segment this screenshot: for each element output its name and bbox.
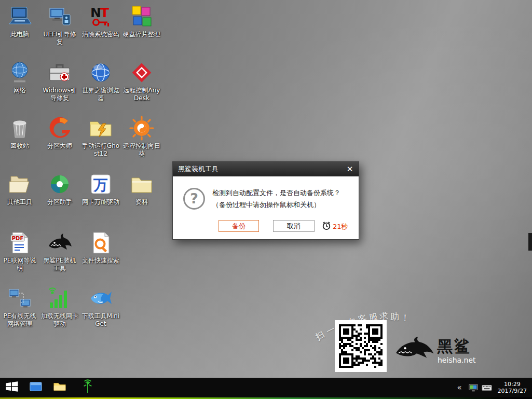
qr-caption-char: ！ [401,312,410,324]
shark-logo-icon [393,335,435,362]
desktop-icon-miniget-fish[interactable]: 下载工具MiniGet [81,286,120,328]
desktop-icon-label: 回收站 [1,142,39,150]
desktop-icon-file-search[interactable]: 文件快速搜索 [81,230,120,265]
shark-icon [47,230,72,255]
desktop-icon-network[interactable]: 网络 [1,60,39,94]
desktop-icon-label: PE联网等说明 [1,257,39,272]
screen-edge-notch [528,233,532,251]
dialog-body: ? 检测到自动配置文件，是否自动备份系统？（备份过程中请勿操作鼠标和关机） 备份… [173,176,359,239]
svg-text:万: 万 [93,176,108,194]
desktop-icon-partition-assistant[interactable]: 分区助手 [40,172,79,206]
desktop-icon-disk-defrag[interactable]: 硬盘碎片整理 [122,4,161,38]
desktop-icon-pe-network-manage[interactable]: PE有线无线网络管理 [1,286,39,328]
desktop-icon-label: 世界之窗浏览器 [81,87,120,102]
desktop-icon-label: 手动运行Ghost12 [81,142,120,158]
recycle-bin-icon [7,116,32,141]
desktop-icon-wifi-driver[interactable]: 加载无线网卡驱动 [40,286,79,328]
uefi-boot-repair-icon [47,4,72,29]
sunflower-icon [129,116,154,141]
desktop-icon-label: 网卡万能驱动 [81,198,120,206]
dialog-title: 黑鲨装机工具 [178,164,341,174]
desktop-icon-label: 资料 [122,198,161,206]
desktop-icon-label: 下载工具MiniGet [81,312,120,328]
folder-icon [129,172,154,197]
desktop-icon-world-browser[interactable]: 世界之窗浏览器 [81,60,120,102]
clock-time: 10:29 [498,381,527,388]
disk-defrag-icon [129,4,154,29]
countdown-text: 21秒 [333,222,348,231]
desktop-icon-clear-password[interactable]: NT清除系统密码 [81,4,120,38]
taskbar-network-signal[interactable] [79,378,97,397]
desktop-icon-label: 加载无线网卡驱动 [40,312,79,328]
desktop-icon-universal-nic-driver[interactable]: 万网卡万能驱动 [81,172,120,206]
desktop-icon-partition-master[interactable]: 分区大师 [40,116,79,150]
desktop-icon-windows-boot-repair[interactable]: Widnows引导修复 [40,60,79,102]
world-browser-icon [88,60,113,85]
svg-text:PDF: PDF [12,236,23,241]
taskbar-file-explorer[interactable] [48,378,72,397]
desktop-icon-label: 黑鲨PE装机工具 [40,257,79,272]
desktop-icon-ghost-folder[interactable]: 手动运行Ghost12 [81,116,120,158]
question-icon: ? [183,188,205,210]
windows-boot-repair-icon [47,60,72,85]
desktop-icon-pdf-doc[interactable]: PDFPE联网等说明 [1,230,39,272]
touch-keyboard-icon[interactable] [480,378,494,397]
desktop-icon-label: 分区大师 [40,142,79,150]
dialog-message: 检测到自动配置文件，是否自动备份系统？（备份过程中请勿操作鼠标和关机） [212,187,350,211]
countdown-timer: 21秒 [322,221,348,232]
qr-caption-char: 助 [390,310,399,323]
display-settings-icon[interactable] [467,378,480,397]
pe-network-manage-icon [7,286,32,311]
desktop-icon-uefi-boot-repair[interactable]: UEFI引导修复 [40,4,79,46]
desktop-icon-label: 远程控制向日葵 [122,142,161,158]
desktop-icon-folder-open[interactable]: 其他工具 [1,172,39,206]
desktop-icon-label: Widnows引导修复 [40,87,79,102]
ghost-folder-icon [88,116,113,141]
desktop-icon-label: 硬盘碎片整理 [122,31,161,38]
desktop-icon-label: UEFI引导修复 [40,31,79,46]
clock-date: 2017/9/27 [498,388,527,394]
qr-code [335,320,387,372]
desktop-icon-recycle-bin[interactable]: 回收站 [1,116,39,150]
cancel-button[interactable]: 取消 [273,220,315,232]
file-search-icon [88,230,113,255]
svg-text:T: T [100,5,109,20]
dialog-titlebar[interactable]: 黑鲨装机工具 ✕ [173,162,359,176]
backup-button[interactable]: 备份 [219,220,259,232]
partition-assistant-icon [47,172,72,197]
desktop-icon-label: 其他工具 [1,198,39,206]
desktop-icon-label: 文件快速搜索 [81,257,120,265]
svg-text:N: N [90,5,101,20]
taskbar-clock[interactable]: 10:29 2017/9/27 [494,381,532,394]
start-button[interactable] [0,378,24,397]
desktop-icon-label: PE有线无线网络管理 [1,312,39,328]
taskbar: « 10:29 2017/9/27 [0,378,532,397]
desktop-icon-this-pc[interactable]: 此电脑 [1,4,39,38]
desktop-icon-folder[interactable]: 资料 [122,172,161,206]
desktop-icon-anydesk[interactable]: 远程控制AnyDesk [122,60,161,102]
close-icon[interactable]: ✕ [341,162,359,176]
universal-nic-driver-icon: 万 [88,172,113,197]
taskbar-app-window[interactable] [24,378,48,397]
desktop-icon-label: 此电脑 [1,31,39,38]
brand-name: 黑鲨 [437,336,471,357]
windows-start-icon [5,379,19,396]
desktop: 此电脑UEFI引导修复NT清除系统密码硬盘碎片整理网络Widnows引导修复世界… [0,0,532,399]
brand-site: heisha.net [438,356,476,364]
qr-caption-char: 扫 [313,328,326,343]
desktop-icon-shark[interactable]: 黑鲨PE装机工具 [40,230,79,272]
tray-expand-chevron-icon[interactable]: « [452,378,466,397]
desktop-icon-label: 网络 [1,87,39,94]
desktop-icon-sunflower[interactable]: 远程控制向日葵 [122,116,161,158]
installer-dialog: 黑鲨装机工具 ✕ ? 检测到自动配置文件，是否自动备份系统？（备份过程中请勿操作… [172,161,359,240]
network-icon [7,60,32,85]
folder-icon [53,380,66,395]
desktop-icon-label: 分区助手 [40,198,79,206]
miniget-fish-icon [88,286,113,311]
clock-icon [322,221,331,232]
partition-master-icon [47,116,72,141]
qr-modules [339,324,383,370]
wifi-driver-icon [47,286,72,311]
desktop-icon-label: 远程控制AnyDesk [122,87,161,102]
anydesk-icon [129,60,154,85]
